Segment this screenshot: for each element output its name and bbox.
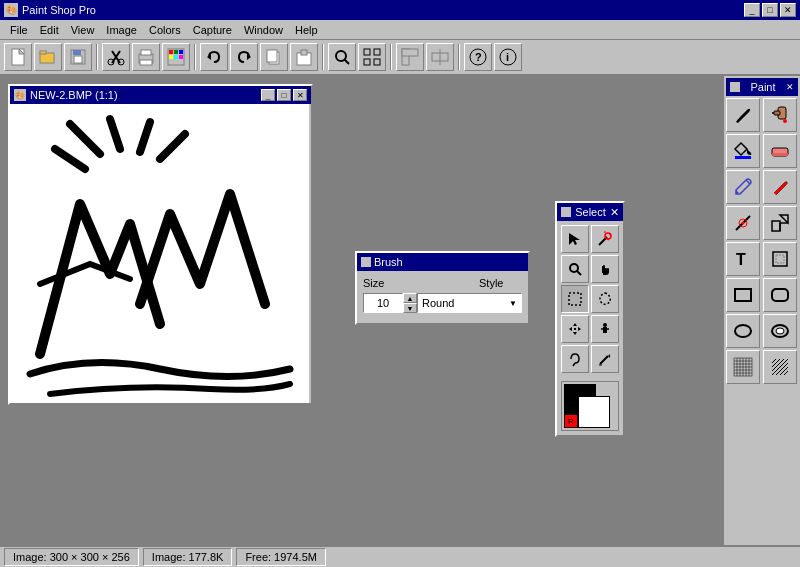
- doc-controls: _ □ ✕: [261, 89, 307, 101]
- lasso-tool[interactable]: [561, 345, 589, 373]
- select-wand-tool[interactable]: [591, 225, 619, 253]
- svg-rect-34: [402, 49, 418, 56]
- menu-image[interactable]: Image: [100, 22, 143, 38]
- line-tool[interactable]: [726, 206, 760, 240]
- doc-minimize[interactable]: _: [261, 89, 275, 101]
- svg-line-109: [772, 359, 776, 363]
- toolbar-print[interactable]: [132, 43, 160, 71]
- toolbar-zoom-in[interactable]: [328, 43, 356, 71]
- toolbar-redo[interactable]: [230, 43, 258, 71]
- menu-help[interactable]: Help: [289, 22, 324, 38]
- spin-down[interactable]: ▼: [403, 303, 417, 313]
- menu-view[interactable]: View: [65, 22, 101, 38]
- svg-rect-70: [774, 111, 780, 115]
- shape-tool[interactable]: [763, 206, 797, 240]
- toolbar-save[interactable]: [64, 43, 92, 71]
- doc-maximize[interactable]: □: [277, 89, 291, 101]
- svg-line-108: [772, 359, 780, 367]
- svg-rect-5: [73, 50, 81, 55]
- toolbar-edit2[interactable]: [396, 43, 424, 71]
- select-dialog: Select ✕: [555, 201, 625, 437]
- toolbar-cut[interactable]: [102, 43, 130, 71]
- hand-tool[interactable]: [591, 255, 619, 283]
- pen-tool[interactable]: [726, 170, 760, 204]
- doc-close[interactable]: ✕: [293, 89, 307, 101]
- tools-panel-title: Paint ✕: [726, 78, 798, 96]
- svg-rect-20: [179, 55, 183, 59]
- rect-shape-tool[interactable]: [726, 278, 760, 312]
- fill-tool[interactable]: [726, 134, 760, 168]
- svg-marker-57: [573, 332, 577, 335]
- select-arrow-tool[interactable]: [561, 225, 589, 253]
- svg-rect-13: [140, 60, 152, 65]
- svg-rect-81: [772, 221, 780, 231]
- crop-tool[interactable]: [763, 242, 797, 276]
- menu-file[interactable]: File: [4, 22, 34, 38]
- toolbar-about[interactable]: i: [494, 43, 522, 71]
- svg-rect-85: [773, 252, 787, 266]
- zoom-tool[interactable]: [561, 255, 589, 283]
- move-tool[interactable]: [561, 315, 589, 343]
- transform-tool[interactable]: [591, 315, 619, 343]
- free-memory: Free: 1974.5M: [236, 548, 326, 566]
- menu-colors[interactable]: Colors: [143, 22, 187, 38]
- airbrush-tool[interactable]: [763, 98, 797, 132]
- brush-size-input[interactable]: 10: [363, 293, 403, 313]
- svg-rect-73: [735, 156, 751, 159]
- drawing-canvas[interactable]: [10, 104, 309, 403]
- svg-marker-67: [608, 354, 610, 358]
- ellipse-tool-2[interactable]: [763, 314, 797, 348]
- spin-up[interactable]: ▲: [403, 293, 417, 303]
- eraser-tool[interactable]: [763, 134, 797, 168]
- svg-rect-26: [301, 50, 307, 55]
- toolbar-undo[interactable]: [200, 43, 228, 71]
- close-button[interactable]: ✕: [780, 3, 796, 17]
- maximize-button[interactable]: □: [762, 3, 778, 17]
- ellipse-tool[interactable]: [726, 314, 760, 348]
- brush-labels-row: Size Style: [363, 277, 522, 289]
- svg-line-53: [577, 271, 581, 275]
- toolbar-effects[interactable]: [358, 43, 386, 71]
- minimize-button[interactable]: _: [744, 3, 760, 17]
- toolbar-paste[interactable]: [290, 43, 318, 71]
- tools-panel: Paint ✕: [722, 76, 800, 545]
- freehand-select-tool[interactable]: [591, 285, 619, 313]
- pattern-tool-1[interactable]: [726, 350, 760, 384]
- brush-style-select[interactable]: Round ▼: [417, 293, 522, 313]
- color-selector-icon[interactable]: R: [564, 414, 578, 428]
- rect-select-tool[interactable]: [561, 285, 589, 313]
- svg-point-61: [603, 323, 607, 327]
- toolbar-palette[interactable]: [162, 43, 190, 71]
- menu-edit[interactable]: Edit: [34, 22, 65, 38]
- pattern-tool-2[interactable]: [763, 350, 797, 384]
- pencil-draw-tool[interactable]: [763, 170, 797, 204]
- panel-icon: [730, 82, 740, 92]
- svg-point-52: [570, 264, 578, 272]
- toolbar-view2[interactable]: [426, 43, 454, 71]
- panel-close[interactable]: ✕: [786, 82, 794, 92]
- doc-icon: 🎨: [14, 89, 26, 101]
- menu-capture[interactable]: Capture: [187, 22, 238, 38]
- brush-style-label: Style: [479, 277, 503, 289]
- svg-rect-19: [174, 55, 178, 59]
- background-color[interactable]: [578, 396, 610, 428]
- svg-rect-88: [772, 289, 788, 301]
- document-window: 🎨 NEW-2.BMP (1:1) _ □ ✕: [8, 84, 313, 405]
- svg-marker-56: [573, 323, 577, 326]
- dropdown-arrow-icon: ▼: [509, 299, 517, 308]
- pencil-tool[interactable]: [591, 345, 619, 373]
- toolbar-open[interactable]: [34, 43, 62, 71]
- brush-controls-row: 10 ▲ ▼ Round ▼: [363, 293, 522, 313]
- toolbar-help[interactable]: ?: [464, 43, 492, 71]
- rounded-rect-tool[interactable]: [763, 278, 797, 312]
- toolbar-copy[interactable]: [260, 43, 288, 71]
- toolbar-new[interactable]: [4, 43, 32, 71]
- menu-window[interactable]: Window: [238, 22, 289, 38]
- select-close[interactable]: ✕: [610, 206, 619, 219]
- svg-rect-60: [574, 328, 576, 330]
- paintbrush-tool[interactable]: [726, 98, 760, 132]
- text-tool[interactable]: T: [726, 242, 760, 276]
- svg-line-44: [160, 134, 185, 159]
- svg-line-45: [55, 149, 85, 169]
- svg-rect-87: [735, 289, 751, 301]
